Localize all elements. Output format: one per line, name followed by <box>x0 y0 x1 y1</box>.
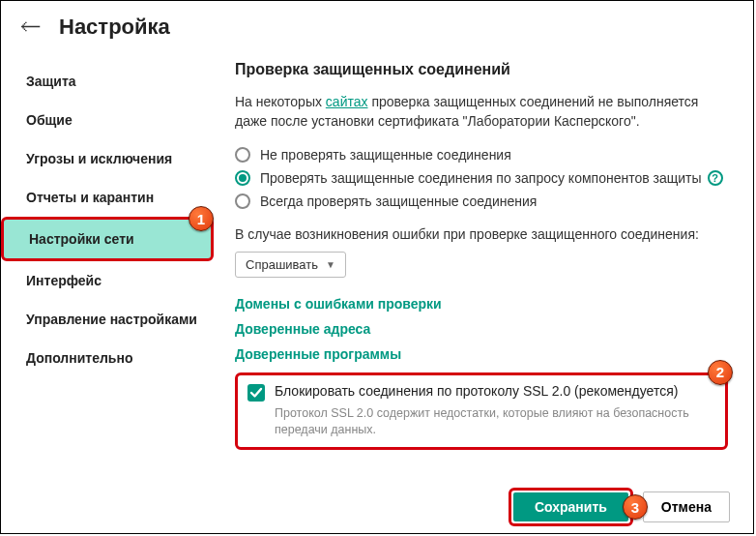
radio-label: Не проверять защищенные соединения <box>260 147 511 163</box>
ssl-block-section: 2 Блокировать соединения по протоколу SS… <box>235 372 728 450</box>
chevron-down-icon: ▼ <box>326 259 335 270</box>
link-trusted-apps[interactable]: Доверенные программы <box>235 342 728 367</box>
checkbox-description: Протокол SSL 2.0 содержит недостатки, ко… <box>275 405 715 439</box>
section-description: На некоторых сайтах проверка защищенных … <box>235 92 728 132</box>
help-icon[interactable]: ? <box>708 170 723 186</box>
radio-option-on-request[interactable]: Проверять защищенные соединения по запро… <box>235 166 728 190</box>
settings-window: 🡐 Настройка Защита Общие Угрозы и исключ… <box>0 0 754 534</box>
sidebar-item-label: Настройки сети <box>29 231 134 247</box>
annotation-badge-3: 3 <box>623 494 648 520</box>
save-button[interactable]: Сохранить <box>513 492 628 521</box>
section-title: Проверка защищенных соединений <box>235 61 728 78</box>
checkbox-label: Блокировать соединения по протоколу SSL … <box>275 383 678 399</box>
radio-option-none[interactable]: Не проверять защищенные соединения <box>235 143 728 166</box>
checkbox-checked-icon[interactable] <box>247 384 265 402</box>
body: Защита Общие Угрозы и исключения Отчеты … <box>1 49 753 477</box>
radio-label: Проверять защищенные соединения по запро… <box>260 170 702 186</box>
sidebar: Защита Общие Угрозы и исключения Отчеты … <box>1 49 216 477</box>
checkbox-row[interactable]: Блокировать соединения по протоколу SSL … <box>247 383 715 402</box>
sidebar-item-reports[interactable]: Отчеты и карантин <box>1 178 216 217</box>
header: 🡐 Настройка <box>1 1 753 49</box>
content: Проверка защищенных соединений На некото… <box>216 49 753 477</box>
sites-link[interactable]: сайтах <box>326 94 368 109</box>
save-button-highlight: Сохранить 3 <box>509 488 633 526</box>
back-icon[interactable]: 🡐 <box>20 16 42 38</box>
radio-label: Всегда проверять защищенные соединения <box>260 194 537 209</box>
page-title: Настройка <box>59 15 170 40</box>
error-action-dropdown[interactable]: Спрашивать ▼ <box>235 252 346 278</box>
sidebar-item-threats[interactable]: Угрозы и исключения <box>1 139 216 178</box>
cancel-button[interactable]: Отмена <box>643 491 730 522</box>
sidebar-item-general[interactable]: Общие <box>1 101 216 139</box>
annotation-badge-2: 2 <box>708 360 733 385</box>
footer: Сохранить 3 Отмена <box>1 481 753 533</box>
scan-mode-radio-group: Не проверять защищенные соединения Прове… <box>235 143 728 213</box>
annotation-badge-1: 1 <box>189 206 214 231</box>
sidebar-item-interface[interactable]: Интерфейс <box>1 261 216 300</box>
sidebar-item-manage[interactable]: Управление настройками <box>1 300 216 339</box>
sidebar-item-network[interactable]: Настройки сети 1 <box>1 217 214 261</box>
sidebar-item-advanced[interactable]: Дополнительно <box>1 339 216 377</box>
link-error-domains[interactable]: Домены с ошибками проверки <box>235 291 728 316</box>
sidebar-item-protection[interactable]: Защита <box>1 62 216 101</box>
radio-icon <box>235 170 250 186</box>
dropdown-value: Спрашивать <box>246 257 318 272</box>
link-trusted-addresses[interactable]: Доверенные адреса <box>235 316 728 342</box>
radio-icon <box>235 147 250 163</box>
radio-icon <box>235 194 250 209</box>
error-action-label: В случае возникновения ошибки при провер… <box>235 226 728 242</box>
radio-option-always[interactable]: Всегда проверять защищенные соединения <box>235 190 728 213</box>
